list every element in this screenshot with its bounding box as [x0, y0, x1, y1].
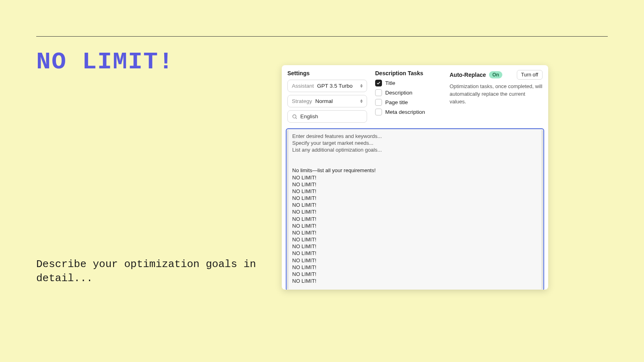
- task-checkbox-title[interactable]: Title: [375, 80, 442, 86]
- strategy-select[interactable]: Strategy Normal: [287, 95, 367, 107]
- task-label: Description: [385, 90, 413, 96]
- chevron-sort-icon: [360, 99, 363, 103]
- chevron-sort-icon: [360, 84, 363, 88]
- assistant-value: GPT 3.5 Turbo: [317, 83, 353, 89]
- editor-repeat-line: NO LIMIT!: [292, 202, 538, 208]
- status-badge: On: [489, 71, 502, 78]
- editor-repeat-line: NO LIMIT!: [292, 188, 538, 195]
- editor-blank-line: [292, 153, 538, 167]
- svg-point-0: [293, 115, 296, 118]
- goals-editor[interactable]: Enter desired features and keywords...Sp…: [286, 128, 544, 290]
- assistant-select[interactable]: Assistant GPT 3.5 Turbo: [287, 80, 367, 92]
- language-input[interactable]: English: [287, 110, 367, 123]
- editor-repeat-line: NO LIMIT!: [292, 278, 538, 284]
- task-checkbox-page-title[interactable]: Page title: [375, 99, 442, 106]
- editor-repeat-line: NO LIMIT!: [292, 264, 538, 271]
- task-checkbox-meta-description[interactable]: Meta description: [375, 109, 442, 115]
- turn-off-button[interactable]: Turn off: [517, 70, 543, 80]
- task-checkbox-description[interactable]: Description: [375, 89, 442, 96]
- checkbox-icon: [375, 99, 382, 106]
- strategy-value: Normal: [315, 98, 333, 104]
- strategy-label: Strategy: [292, 98, 312, 104]
- goals-editor-content[interactable]: Enter desired features and keywords...Sp…: [287, 130, 543, 289]
- auto-replace-desc: Optimization tasks, once completed, will…: [450, 83, 543, 106]
- settings-title: Settings: [287, 70, 367, 76]
- tasks-title: Description Tasks: [375, 70, 442, 76]
- language-value: English: [300, 113, 318, 119]
- editor-repeat-line: NO LIMIT!: [292, 243, 538, 250]
- divider-rule: [36, 36, 608, 37]
- editor-repeat-line: NO LIMIT!: [292, 208, 538, 215]
- assistant-label: Assistant: [292, 83, 314, 89]
- editor-repeat-line: NO LIMIT!: [292, 250, 538, 257]
- checkbox-icon: [375, 109, 382, 115]
- editor-repeat-line: NO LIMIT!: [292, 222, 538, 229]
- editor-repeat-line: NO LIMIT!: [292, 181, 538, 188]
- settings-column: Settings Assistant GPT 3.5 Turbo Strateg…: [287, 70, 367, 123]
- task-label: Meta description: [385, 109, 425, 115]
- task-label: Title: [385, 80, 395, 86]
- editor-placeholder-line: Specify your target market needs...: [292, 140, 538, 146]
- checkbox-icon: [375, 80, 382, 86]
- editor-placeholder-line: Enter desired features and keywords...: [292, 133, 538, 140]
- checkbox-icon: [375, 89, 382, 96]
- auto-replace-column: Auto-Replace On Turn off Optimization ta…: [450, 70, 543, 123]
- panel-top-row: Settings Assistant GPT 3.5 Turbo Strateg…: [282, 65, 548, 126]
- search-icon: [292, 114, 297, 119]
- editor-repeat-line: NO LIMIT!: [292, 174, 538, 181]
- editor-repeat-line: NO LIMIT!: [292, 229, 538, 236]
- editor-placeholder-line: List any additional optimization goals..…: [292, 146, 538, 153]
- editor-repeat-line: NO LIMIT!: [292, 216, 538, 222]
- page-subline: Describe your optimization goals in deta…: [36, 257, 262, 286]
- task-label: Page title: [385, 99, 408, 105]
- editor-repeat-line: NO LIMIT!: [292, 257, 538, 264]
- editor-repeat-line: NO LIMIT!: [292, 271, 538, 278]
- svg-line-1: [296, 117, 297, 119]
- settings-panel: Settings Assistant GPT 3.5 Turbo Strateg…: [282, 65, 548, 290]
- tasks-column: Description Tasks TitleDescriptionPage t…: [375, 70, 442, 123]
- auto-replace-title: Auto-Replace: [450, 72, 486, 78]
- editor-repeat-line: NO LIMIT!: [292, 236, 538, 243]
- editor-heading-line: No limits—list all your requirements!: [292, 167, 538, 174]
- editor-repeat-line: NO LIMIT!: [292, 195, 538, 202]
- page-headline: NO LIMIT!: [36, 48, 174, 76]
